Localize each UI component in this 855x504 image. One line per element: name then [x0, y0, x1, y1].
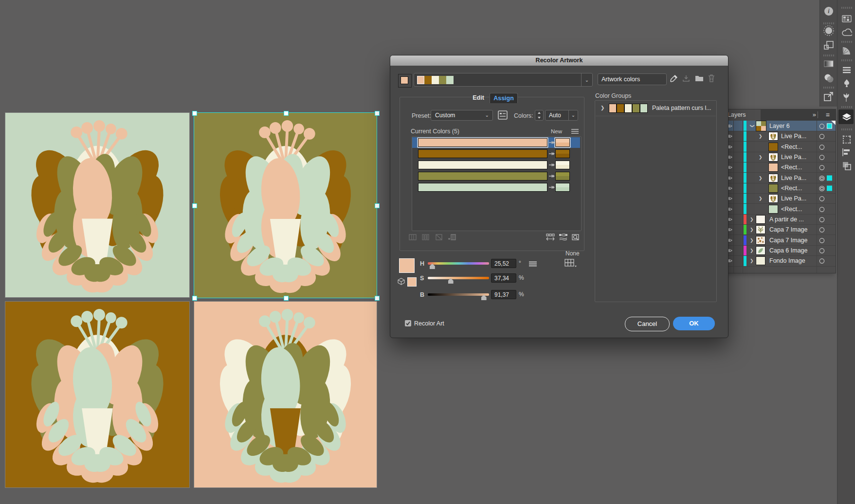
selection-handle[interactable]: [375, 203, 380, 208]
b-value-input[interactable]: 91,37: [491, 290, 516, 299]
layer-row[interactable]: <Rect...: [725, 183, 836, 194]
tile-brown[interactable]: [5, 302, 189, 487]
layer-row[interactable]: ❯Live Pa...: [725, 173, 836, 183]
export-icon[interactable]: [823, 91, 834, 102]
selection-handle[interactable]: [192, 111, 197, 116]
preset-dropdown[interactable]: Custom ⌄: [431, 110, 493, 121]
panel-menu-icon[interactable]: ≡: [826, 111, 830, 119]
current-color-bar[interactable]: [418, 183, 547, 192]
info-icon[interactable]: i: [823, 6, 834, 17]
colors-stepper[interactable]: [535, 110, 544, 121]
random-saturation-icon[interactable]: [559, 234, 567, 241]
current-color-row[interactable]: [412, 171, 580, 181]
layer-row[interactable]: ❯Fondo Image: [725, 256, 836, 266]
current-color-row[interactable]: [412, 148, 580, 159]
artboard-frame-icon[interactable]: [841, 134, 852, 145]
layer-thumbnail[interactable]: [768, 153, 778, 162]
tab-edit[interactable]: Edit: [468, 93, 489, 103]
cancel-button[interactable]: Cancel: [625, 317, 670, 331]
selection-handle[interactable]: [375, 296, 380, 301]
layer-thumbnail[interactable]: [756, 225, 765, 234]
new-color-swatch[interactable]: [555, 183, 570, 192]
layer-row[interactable]: ❮Layer 6: [725, 121, 836, 131]
tab-assign[interactable]: Assign: [490, 93, 518, 103]
layer-thumbnail[interactable]: [768, 184, 778, 193]
layer-thumbnail[interactable]: [756, 121, 766, 131]
base-color-swatch[interactable]: [400, 76, 408, 84]
dialog-title[interactable]: Recolor Artwork: [390, 55, 728, 66]
palette-strip-swatch[interactable]: [446, 76, 454, 84]
layer-row[interactable]: ❯Live Pa...: [725, 152, 836, 162]
find-color-icon[interactable]: [571, 234, 580, 241]
new-color-swatch[interactable]: [555, 161, 570, 169]
random-order-icon[interactable]: [546, 234, 555, 241]
chevron-right-icon[interactable]: ❯: [750, 258, 754, 263]
panel-collapse-button[interactable]: »: [813, 111, 815, 118]
selection-handle[interactable]: [192, 203, 197, 208]
layer-row[interactable]: <Rect...: [725, 142, 836, 152]
eyedropper-icon[interactable]: [670, 74, 678, 83]
target-circle-icon[interactable]: [819, 258, 824, 264]
layer-thumbnail[interactable]: [756, 236, 765, 245]
recolor-art-checkbox[interactable]: [405, 320, 411, 326]
target-circle-icon[interactable]: [819, 154, 824, 160]
chevron-right-icon[interactable]: ❯: [750, 217, 754, 222]
gradient-icon[interactable]: [823, 58, 834, 69]
layer-thumbnail[interactable]: [768, 143, 778, 151]
new-color-row-icon[interactable]: [448, 234, 457, 241]
layer-thumbnail[interactable]: [768, 174, 778, 182]
menu-lines-icon[interactable]: [841, 65, 852, 75]
ok-button[interactable]: OK: [673, 317, 715, 330]
layer-row[interactable]: <Rect...: [725, 204, 836, 214]
align-icon[interactable]: [841, 147, 852, 158]
current-color-bar[interactable]: [418, 172, 547, 180]
palette-strip-swatch[interactable]: [424, 76, 432, 84]
target-circle-icon[interactable]: [819, 144, 824, 149]
selection-icon[interactable]: [823, 25, 834, 36]
color-group-row[interactable]: ❯ Paleta pattern curs l...: [596, 101, 716, 116]
target-circle-icon[interactable]: [819, 196, 824, 201]
target-circle-icon[interactable]: [819, 185, 824, 191]
tile-mint[interactable]: [5, 113, 189, 297]
new-color-swatch[interactable]: [555, 172, 570, 180]
in-gamut-swatch[interactable]: [407, 277, 417, 287]
chevron-right-icon[interactable]: ❯: [750, 227, 754, 232]
swatch-fan-icon[interactable]: [841, 45, 852, 56]
layer-thumbnail[interactable]: [768, 205, 778, 214]
creative-cloud-icon[interactable]: [841, 28, 852, 39]
tab-layers[interactable]: Layers: [725, 109, 761, 121]
layer-thumbnail[interactable]: [768, 132, 778, 141]
exclude-color-icon[interactable]: [435, 234, 444, 241]
current-color-bar[interactable]: [418, 161, 547, 169]
layer-row[interactable]: ❯Capa 6 Image: [725, 246, 836, 256]
target-circle-icon[interactable]: [819, 165, 824, 170]
chevron-right-icon[interactable]: ❯: [759, 155, 763, 160]
group-swatch[interactable]: [617, 104, 624, 113]
current-color-row[interactable]: [412, 160, 580, 170]
chevron-down-icon[interactable]: ❮: [749, 124, 754, 128]
layer-row[interactable]: ❯A partir de ...: [725, 215, 836, 225]
h-value-input[interactable]: 25,52: [491, 259, 516, 268]
palette-strip-swatch[interactable]: [432, 76, 439, 84]
s-value-input[interactable]: 37,34: [491, 273, 516, 283]
b-slider-track[interactable]: [428, 293, 489, 296]
s-slider-track[interactable]: [428, 277, 489, 279]
layer-row[interactable]: ❯Capa 7 Image: [725, 225, 836, 235]
target-circle-icon[interactable]: [819, 175, 824, 180]
target-circle-icon[interactable]: [819, 248, 824, 253]
current-color-row[interactable]: [412, 182, 580, 193]
group-name-input[interactable]: Artwork colors: [598, 73, 667, 85]
brushes-icon[interactable]: [841, 92, 852, 103]
current-color-bar[interactable]: [418, 138, 547, 147]
target-circle-icon[interactable]: [819, 134, 824, 139]
layers-icon[interactable]: [841, 112, 852, 123]
target-circle-icon[interactable]: [819, 123, 824, 128]
chevron-right-icon[interactable]: ❯: [750, 238, 754, 243]
colors-count-dropdown[interactable]: Auto ⌄: [545, 110, 578, 121]
trash-icon[interactable]: [708, 74, 715, 82]
column-menu-icon[interactable]: [571, 129, 579, 134]
transparency-icon[interactable]: [823, 73, 834, 84]
palette-strip-swatch[interactable]: [439, 76, 446, 84]
slider-mode-menu-icon[interactable]: [529, 261, 537, 267]
h-slider-track[interactable]: [428, 262, 489, 265]
